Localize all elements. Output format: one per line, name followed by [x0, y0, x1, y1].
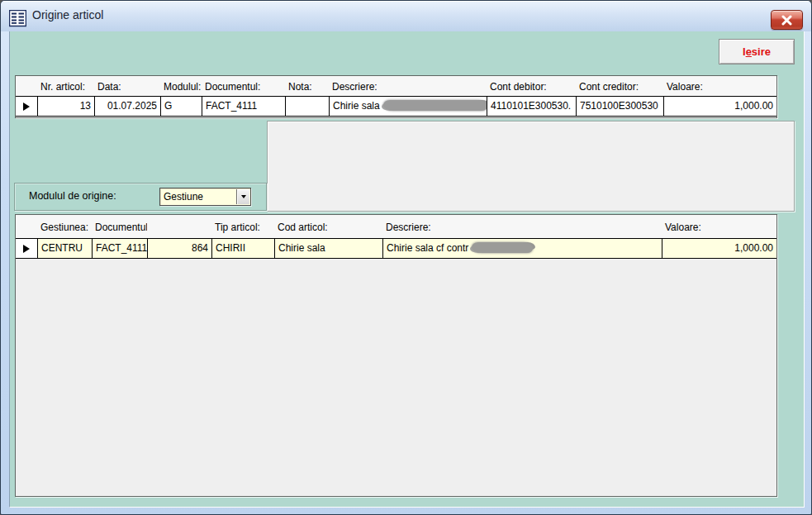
combobox-dropdown-button[interactable]: [236, 189, 249, 204]
app-window: Origine articol Iesire Nr. articol: Data…: [0, 0, 812, 515]
grid1-header-cont-debitor: Cont debitor:: [487, 76, 576, 96]
cell-valoare[interactable]: 1,000.00: [662, 238, 776, 259]
record-selector[interactable]: [16, 96, 37, 117]
cell-documentul[interactable]: FACT_4111: [92, 238, 147, 259]
grid1-header-nota: Nota:: [285, 76, 329, 96]
grid2-header-numar: [147, 215, 211, 238]
grid1-header-nr-articol: Nr. articol:: [37, 76, 94, 96]
cell-gestiunea[interactable]: CENTRU: [37, 238, 92, 259]
cell-cod-articol[interactable]: Chirie sala: [274, 238, 382, 259]
cell-cont-creditor[interactable]: 7510100E300530: [576, 96, 663, 117]
redacted-text: [472, 242, 533, 253]
close-button[interactable]: [771, 10, 803, 30]
detail-panel: [267, 121, 795, 212]
cell-valoare[interactable]: 1,000.00: [663, 96, 776, 117]
titlebar[interactable]: Origine articol: [1, 1, 811, 31]
origin-module-panel: Modulul de origine: Gestiune: [14, 183, 267, 211]
grid1-header-valoare: Valoare:: [663, 76, 776, 96]
grid-articol: Nr. articol: Data: Modulul: Documentul: …: [15, 75, 777, 118]
close-icon: [781, 15, 793, 26]
cell-cont-debitor[interactable]: 4110101E300530.: [487, 96, 576, 117]
grid2-header-valoare: Valoare:: [662, 215, 776, 238]
grid1-header-cont-creditor: Cont creditor:: [576, 76, 663, 96]
grid1-header-data: Data:: [94, 76, 160, 96]
origin-module-combobox[interactable]: Gestiune: [159, 188, 251, 206]
grid2-header-documentul: Documentul:: [92, 215, 147, 238]
grid1-header-descriere: Descriere:: [329, 76, 487, 96]
window-title: Origine articol: [32, 8, 103, 21]
grid2-header-selector: [16, 215, 37, 238]
grid2-header-tip-articol: Tip articol:: [211, 215, 274, 238]
grid1-header-selector: [16, 76, 37, 96]
record-selector-arrow: [23, 103, 30, 111]
exit-label-accelerator: e: [746, 45, 752, 58]
cell-descriere[interactable]: Chirie sala: [329, 96, 487, 117]
grid-origine: Gestiunea: Documentul: Tip articol: Cod …: [15, 214, 777, 497]
grid2-header-descriere: Descriere:: [382, 215, 662, 238]
grid-empty-area: [16, 259, 776, 496]
grid2-header-gestiunea: Gestiunea:: [37, 215, 92, 238]
cell-descriere[interactable]: Chirie sala cf contr: [382, 238, 662, 259]
cell-documentul[interactable]: FACT_4111: [202, 96, 285, 117]
chevron-down-icon: [241, 195, 246, 198]
record-selector[interactable]: [16, 238, 37, 259]
grid1-header-documentul: Documentul:: [202, 76, 285, 96]
record-selector-arrow: [23, 245, 30, 253]
cell-numar[interactable]: 864: [147, 238, 211, 259]
redacted-text: [383, 100, 487, 111]
origin-module-value: Gestiune: [164, 190, 203, 204]
cell-nr-articol[interactable]: 13: [37, 96, 94, 117]
exit-button[interactable]: Iesire: [719, 39, 795, 64]
cell-modulul[interactable]: G: [160, 96, 202, 117]
exit-label-rest: sire: [752, 45, 771, 58]
cell-nota[interactable]: [285, 96, 329, 117]
cell-data[interactable]: 01.07.2025: [94, 96, 160, 117]
cell-descriere-text: Chirie sala cf contr: [387, 242, 468, 254]
cell-tip-articol[interactable]: CHIRII: [211, 238, 274, 259]
cell-descriere-text: Chirie sala: [333, 100, 380, 112]
grid1-header-modulul: Modulul:: [160, 76, 202, 96]
form-icon: [9, 10, 26, 27]
origin-module-label: Modulul de origine:: [29, 190, 116, 202]
grid2-header-cod-articol: Cod articol:: [274, 215, 382, 238]
